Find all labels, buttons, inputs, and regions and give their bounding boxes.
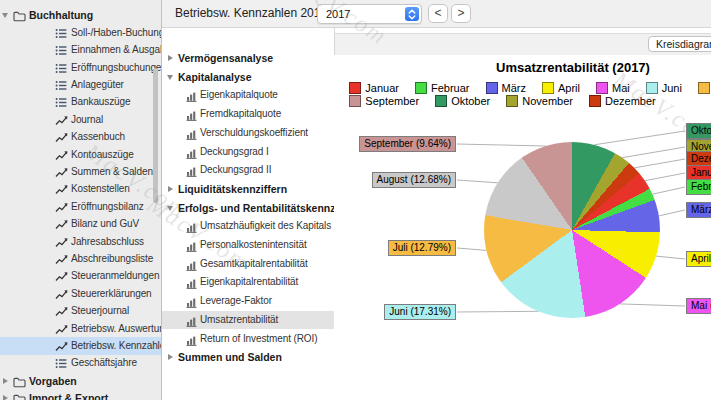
pie-label-juli: Juli (12.79%) <box>388 240 456 256</box>
tree-item-umsatzrentabilit-t[interactable]: Umsatzrentabilität <box>162 311 334 329</box>
sidebar-item-gesch-ftsjahre[interactable]: Geschäftsjahre <box>0 354 161 372</box>
tree-item-verm-gensanalyse[interactable]: Vermögensanalyse <box>162 49 334 67</box>
toolbar-title: Betriebsw. Kennzahlen 2017 <box>175 0 327 27</box>
legend-swatch-icon <box>596 82 608 94</box>
bar-chart-icon <box>186 165 197 179</box>
legend-swatch-icon <box>349 95 361 107</box>
pie-label-august: August (12.68%) <box>372 172 457 188</box>
pie-label-märz: März (6.01%) <box>686 202 711 218</box>
sidebar: BuchhaltungSoll-/Haben-BuchungenEinnahme… <box>0 0 162 400</box>
pie-label-september: September (9.64%) <box>359 136 456 152</box>
legend-item-dezember: Dezember <box>589 95 656 107</box>
chevron-right-icon[interactable] <box>168 354 173 360</box>
sidebar-item-abschreibungsliste[interactable]: Abschreibungsliste <box>0 250 161 268</box>
sidebar-item-bilanz-und-guv[interactable]: Bilanz und GuV <box>0 215 161 233</box>
bar-chart-icon <box>186 259 197 273</box>
pie-label-oktober: Oktober (8.12%) <box>686 123 711 139</box>
legend-swatch-icon <box>542 82 554 94</box>
folder-icon <box>13 392 26 400</box>
legend-swatch-icon <box>415 82 427 94</box>
year-dropdown[interactable]: 2017 <box>317 4 422 24</box>
chevron-right-icon[interactable] <box>3 378 8 384</box>
legend-swatch-icon <box>486 82 498 94</box>
sidebar-item-steueranmeldungen[interactable]: Steueranmeldungen <box>0 267 161 285</box>
legend-swatch-icon <box>506 95 518 107</box>
app-window: BuchhaltungSoll-/Haben-BuchungenEinnahme… <box>0 0 711 400</box>
legend-item-januar: Januar <box>349 82 399 94</box>
sidebar-item-kassenbuch[interactable]: Kassenbuch <box>0 128 161 146</box>
chevron-down-icon[interactable] <box>167 75 173 80</box>
next-year-button[interactable]: > <box>451 4 471 23</box>
chevron-right-icon[interactable] <box>168 55 173 61</box>
pie-chart <box>484 142 660 318</box>
tree-item-erfolgs-und-rentabilit-tskennz-[interactable]: Erfolgs- und Rentabilitätskennz... <box>162 199 334 217</box>
legend-swatch-icon <box>698 82 710 94</box>
sidebar-item-steuererkl-rungen[interactable]: Steuererklärungen <box>0 285 161 303</box>
chart-panel: Umsatzrentabilität (2017) JanuarFebruarM… <box>334 55 711 400</box>
tree-item-kapitalanalyse[interactable]: Kapitalanalyse <box>162 68 334 86</box>
tree-item-gesamtkapitalrentabilit-t[interactable]: Gesamtkapitalrentabilität <box>162 255 334 273</box>
tree-item-return-of-investment-roi-[interactable]: Return of Investment (ROI) <box>162 330 334 348</box>
bar-chart-icon <box>186 90 197 104</box>
dropdown-stepper-icon <box>405 7 419 21</box>
tree-item-umsatzh-ufigkeit-des-kapitals[interactable]: Umsatzhäufigkeit des Kapitals <box>162 217 334 235</box>
sidebar-item-summen-salden[interactable]: Summen & Salden <box>0 163 161 181</box>
chart-type-button[interactable]: Kreisdiagramm <box>648 36 711 52</box>
tree-item-summen-und-salden[interactable]: Summen und Salden <box>162 348 334 366</box>
sidebar-item-er-ffnungsbilanz[interactable]: Eröffnungsbilanz <box>0 198 161 216</box>
legend-item-märz: März <box>486 82 526 94</box>
sidebar-item-steuerjournal[interactable]: Steuerjournal <box>0 302 161 320</box>
sidebar-item-kontoausz-ge[interactable]: Kontoauszüge <box>0 146 161 164</box>
tree-item-liquidit-tskennziffern[interactable]: Liquiditätskennziffern <box>162 180 334 198</box>
legend-swatch-icon <box>349 82 361 94</box>
prev-year-button[interactable]: < <box>428 4 448 23</box>
legend-item-september: September <box>349 95 419 107</box>
chevron-right-icon[interactable] <box>168 186 173 192</box>
sidebar-scrollbar[interactable] <box>153 68 158 203</box>
sidebar-item-betriebsw-kennzahlen[interactable]: Betriebsw. Kennzahlen <box>0 337 161 355</box>
tree-item-eigenkapitalquote[interactable]: Eigenkapitalquote <box>162 86 334 104</box>
sidebar-item-betriebsw-auswertung[interactable]: Betriebsw. Auswertung <box>0 320 161 338</box>
legend-item-mai: Mai <box>596 82 630 94</box>
bar-chart-icon <box>186 128 197 142</box>
chevron-right-icon[interactable] <box>3 395 8 400</box>
pie-label-mai: Mai (13.43%) <box>686 298 711 314</box>
tree-item-personalkostenintensit-t[interactable]: Personalkostenintensität <box>162 236 334 254</box>
bar-chart-icon <box>186 147 197 161</box>
chevron-down-icon[interactable] <box>167 206 173 211</box>
bar-chart-icon <box>186 315 197 329</box>
sidebar-item-er-ffnungsbuchungen[interactable]: Eröffnungsbuchungen <box>0 59 161 77</box>
legend-item-november: November <box>506 95 573 107</box>
sidebar-item-einnahmen-ausgaben[interactable]: Einnahmen & Ausgaben <box>0 41 161 59</box>
tree-item-deckungsgrad-i[interactable]: Deckungsgrad I <box>162 143 334 161</box>
tree-item-verschuldungskoeffizient[interactable]: Verschuldungskoeffizient <box>162 124 334 142</box>
sidebar-item-jahresabschluss[interactable]: Jahresabschluss <box>0 233 161 251</box>
legend-item-april: April <box>542 82 580 94</box>
bar-chart-icon <box>186 109 197 123</box>
chart-header-strip: Kreisdiagramm <box>335 33 711 56</box>
tree-item-eigenkapitalrentabilit-t[interactable]: Eigenkapitalrentabilität <box>162 273 334 291</box>
toolbar: Betriebsw. Kennzahlen 2017 2017 < > <box>162 0 711 28</box>
sidebar-item-kostenstellen[interactable]: Kostenstellen <box>0 180 161 198</box>
pie-label-april: April (8.71%) <box>686 251 711 267</box>
tree-item-fremdkapitalquote[interactable]: Fremdkapitalquote <box>162 105 334 123</box>
sidebar-item-import-export[interactable]: Import & Export <box>0 389 161 400</box>
sidebar-item-anlageg-ter[interactable]: Anlagegüter <box>0 76 161 94</box>
sidebar-item-bankausz-ge[interactable]: Bankauszüge <box>0 93 161 111</box>
sidebar-item-vorgaben[interactable]: Vorgaben <box>0 372 161 390</box>
bar-chart-icon <box>186 334 197 348</box>
legend-item-juni: Juni <box>646 82 682 94</box>
sidebar-item-journal[interactable]: Journal <box>0 111 161 129</box>
bar-chart-icon <box>186 240 197 254</box>
sidebar-item-soll-haben-buchungen[interactable]: Soll-/Haben-Buchungen <box>0 24 161 42</box>
legend-item-oktober: Oktober <box>435 95 490 107</box>
legend-item-juli: Juli <box>698 82 711 94</box>
chevron-down-icon[interactable] <box>2 13 8 18</box>
chart-title: Umsatzrentabilität (2017) <box>334 60 711 75</box>
legend-swatch-icon <box>589 95 601 107</box>
kpi-tree: VermögensanalyseKapitalanalyseEigenkapit… <box>162 28 335 400</box>
sidebar-item-buchhaltung[interactable]: Buchhaltung <box>0 6 161 24</box>
tree-item-deckungsgrad-ii[interactable]: Deckungsgrad II <box>162 161 334 179</box>
legend-swatch-icon <box>646 82 658 94</box>
tree-item-leverage-faktor[interactable]: Leverage-Faktor <box>162 292 334 310</box>
